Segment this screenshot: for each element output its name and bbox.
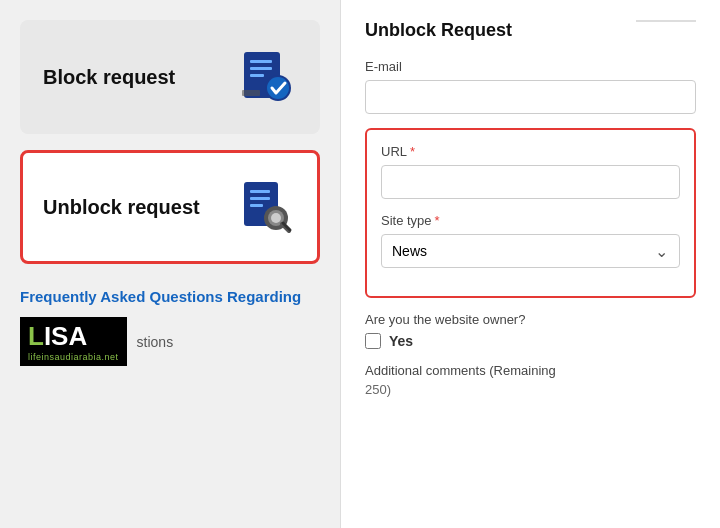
additional-comments-group: Additional comments (Remaining 250) (365, 363, 696, 397)
svg-rect-9 (250, 197, 270, 200)
svg-rect-10 (250, 204, 263, 207)
block-request-label: Block request (43, 66, 175, 89)
email-input[interactable] (365, 80, 696, 114)
svg-point-13 (271, 213, 281, 223)
additional-label: Additional comments (Remaining (365, 363, 696, 378)
owner-section: Are you the website owner? Yes (365, 312, 696, 349)
owner-checkbox[interactable] (365, 333, 381, 349)
site-type-select-wrapper: News Blog Forum Shopping Social Media Ot… (381, 234, 680, 268)
email-label: E-mail (365, 59, 696, 74)
svg-point-5 (267, 77, 289, 99)
unblock-icon (237, 177, 297, 237)
divider (636, 20, 696, 22)
site-type-select[interactable]: News Blog Forum Shopping Social Media Ot… (381, 234, 680, 268)
form-title: Unblock Request (365, 20, 512, 41)
logo-isa: ISA (44, 321, 87, 351)
svg-rect-1 (250, 60, 272, 63)
url-label: URL* (381, 144, 680, 159)
owner-checkbox-label[interactable]: Yes (389, 333, 413, 349)
faq-section: Frequently Asked Questions Regarding LIS… (20, 288, 320, 366)
lisa-logo: LISA lifeinsaudiarabia.net (20, 317, 127, 366)
remaining-count: 250) (365, 382, 696, 397)
left-panel: Block request Unblock request (0, 0, 340, 528)
svg-rect-8 (250, 190, 270, 193)
site-type-label: Site type* (381, 213, 680, 228)
block-request-card[interactable]: Block request (20, 20, 320, 134)
unblock-request-label: Unblock request (43, 196, 200, 219)
site-type-group: Site type* News Blog Forum Shopping Soci… (381, 213, 680, 268)
url-input[interactable] (381, 165, 680, 199)
block-icon (237, 47, 297, 107)
unblock-request-card[interactable]: Unblock request (20, 150, 320, 264)
faq-questions[interactable]: stions (137, 334, 174, 350)
url-group: URL* (381, 144, 680, 199)
faq-title: Frequently Asked Questions Regarding (20, 288, 320, 305)
owner-question: Are you the website owner? (365, 312, 696, 327)
logo-l: L (28, 321, 44, 351)
email-group: E-mail (365, 59, 696, 114)
svg-rect-3 (250, 74, 264, 77)
svg-rect-6 (242, 90, 260, 96)
lisa-container: LISA lifeinsaudiarabia.net stions (20, 317, 320, 366)
logo-subtitle: lifeinsaudiarabia.net (28, 352, 119, 362)
url-sitetype-section: URL* Site type* News Blog Forum Shopping… (365, 128, 696, 298)
right-panel: Unblock Request E-mail URL* Site type* N… (340, 0, 720, 528)
svg-rect-2 (250, 67, 272, 70)
owner-checkbox-row: Yes (365, 333, 696, 349)
